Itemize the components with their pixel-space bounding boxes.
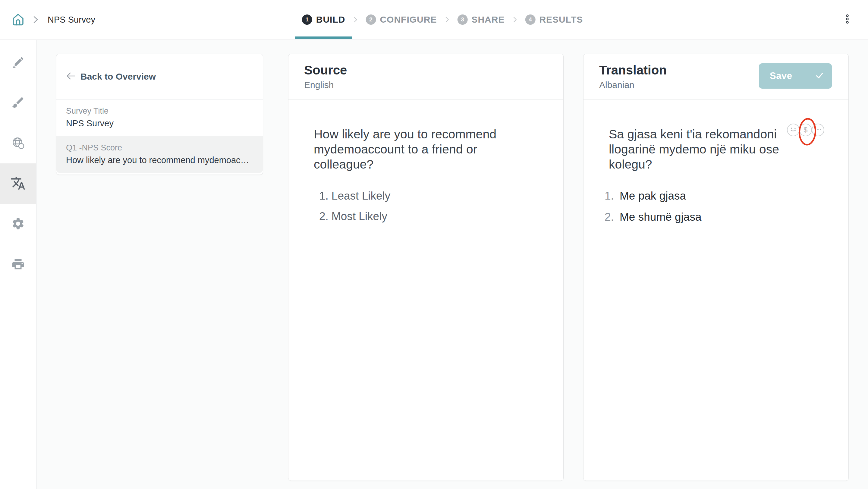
topbar: NPS Survey 1 BUILD 2 CONFIGURE 3 SHARE 4… [0, 0, 868, 39]
printer-icon [11, 257, 25, 272]
home-icon [11, 12, 25, 27]
checkmark-icon [815, 72, 824, 81]
save-button-label: Save [770, 70, 792, 82]
option-number: 1. [319, 190, 329, 202]
step-configure[interactable]: 2 CONFIGURE [366, 0, 437, 39]
row-value: How likely are you to recommend mydemoac… [66, 155, 253, 165]
smiley-icon [787, 124, 799, 136]
translate-icon [10, 176, 26, 192]
breadcrumb-survey-title: NPS Survey [48, 15, 95, 25]
source-question-text: How likely are you to recommend mydemoac… [314, 127, 548, 172]
main-content: Back to Overview Survey Title NPS Survey… [37, 40, 868, 489]
survey-overview-panel: Back to Overview Survey Title NPS Survey… [56, 54, 263, 175]
sidebar-item-edit[interactable] [0, 42, 36, 83]
sidebar-item-translations[interactable] [0, 163, 36, 204]
step-chevron-icon [353, 16, 358, 23]
step-configure-number: 2 [366, 14, 376, 25]
source-title: Source [304, 63, 548, 77]
source-header: Source English [288, 54, 563, 100]
step-build-number: 1 [302, 14, 312, 25]
step-results-number: 4 [525, 14, 535, 25]
workflow-stepper: 1 BUILD 2 CONFIGURE 3 SHARE 4 RESULTS [302, 0, 583, 39]
source-panel: Source English How likely are you to rec… [288, 54, 564, 481]
row-value: NPS Survey [66, 119, 253, 128]
source-option-1: 1.Least Likely [319, 189, 548, 203]
option-label: Least Likely [332, 190, 390, 202]
format-toolbar: $ [787, 124, 824, 136]
more-options-button[interactable] [844, 12, 851, 27]
step-share-label: SHARE [471, 14, 504, 25]
option-label: Me shumë gjasa [620, 211, 701, 223]
kebab-menu-icon [845, 14, 849, 25]
step-results[interactable]: 4 RESULTS [525, 0, 583, 39]
step-share[interactable]: 3 SHARE [457, 0, 504, 39]
smiley-button[interactable] [787, 124, 800, 136]
back-arrow-icon [66, 72, 76, 81]
save-button[interactable]: Save [759, 63, 832, 89]
step-results-label: RESULTS [539, 14, 583, 25]
translation-option-1[interactable]: 1.Me pak gjasa [620, 189, 833, 203]
translation-body: Sa gjasa keni t'ia rekomandoni llogarinë… [584, 100, 848, 224]
home-button[interactable] [10, 12, 26, 27]
step-chevron-icon [513, 16, 517, 23]
translation-panel: Translation Albanian Save Sa gjasa keni … [583, 54, 849, 481]
option-label: Most Likely [332, 210, 387, 222]
translation-options-list: 1.Me pak gjasa 2.Me shumë gjasa [620, 189, 833, 224]
breadcrumb: NPS Survey [0, 12, 95, 27]
back-to-overview-label: Back to Overview [81, 71, 156, 82]
more-format-button[interactable] [812, 124, 824, 136]
sidebar-item-print[interactable] [0, 244, 36, 284]
step-build-label: BUILD [316, 14, 345, 25]
ellipsis-icon [812, 124, 824, 136]
translation-header: Translation Albanian Save [584, 54, 848, 100]
row-label: Q1 -NPS Score [66, 143, 253, 153]
list-item-q1-nps-score[interactable]: Q1 -NPS Score How likely are you to reco… [56, 136, 263, 173]
step-configure-label: CONFIGURE [380, 14, 437, 25]
tool-sidebar [0, 40, 36, 489]
sidebar-item-settings[interactable] [0, 204, 36, 244]
dollar-icon: $ [804, 126, 808, 134]
option-number: 2. [319, 210, 329, 222]
breadcrumb-chevron-icon [33, 15, 39, 24]
option-number: 2. [604, 210, 614, 224]
step-build[interactable]: 1 BUILD [302, 0, 345, 39]
step-chevron-icon [445, 16, 449, 23]
back-to-overview[interactable]: Back to Overview [56, 54, 263, 99]
source-language: English [304, 80, 548, 90]
source-body: How likely are you to recommend mydemoac… [288, 100, 563, 223]
list-item-survey-title[interactable]: Survey Title NPS Survey [56, 99, 263, 136]
row-label: Survey Title [66, 106, 253, 116]
currency-button[interactable]: $ [799, 124, 812, 136]
option-label: Me pak gjasa [620, 190, 686, 202]
paintbrush-icon [11, 96, 25, 110]
source-options-list: 1.Least Likely 2.Most Likely [314, 189, 548, 223]
sidebar-item-theme[interactable] [0, 83, 36, 123]
edit-pencil-icon [11, 55, 25, 70]
sidebar-item-language[interactable] [0, 123, 36, 163]
globe-icon [11, 136, 25, 151]
settings-gear-icon [11, 217, 25, 232]
translation-option-2[interactable]: 2.Me shumë gjasa [620, 210, 833, 224]
option-number: 1. [604, 189, 614, 203]
source-option-2: 2.Most Likely [319, 210, 548, 223]
step-share-number: 3 [457, 14, 467, 25]
